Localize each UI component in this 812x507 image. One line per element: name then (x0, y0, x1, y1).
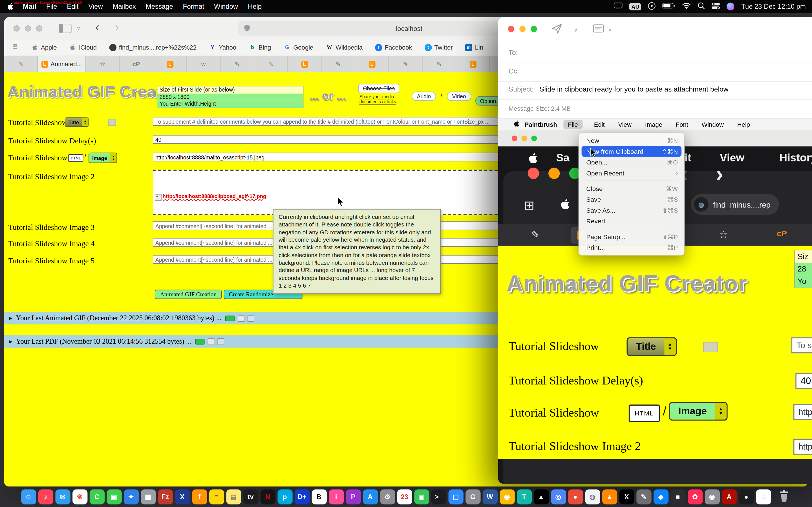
choose-files-button[interactable]: Choose Files (358, 84, 400, 93)
paintbrush-menu-window[interactable]: Window (700, 120, 726, 129)
menubar-clock[interactable]: Tue 23 Dec 12:10 pm (741, 3, 806, 10)
siri-icon[interactable] (727, 3, 735, 10)
favorite-yahoo[interactable]: YYahoo (209, 44, 236, 51)
dock-app-facetime[interactable]: ▣ (106, 489, 121, 504)
menubar-item-window[interactable]: Window (214, 3, 238, 10)
subject-value[interactable]: Slide in clipboard ready for you to past… (540, 86, 728, 93)
dock-app-app-navy[interactable]: X (175, 489, 190, 504)
cc-field-label[interactable]: Cc: (509, 67, 519, 75)
dock-app-podcasts[interactable]: P (346, 489, 361, 504)
favorite-facebook[interactable]: fFacebook (375, 44, 412, 51)
play-status-icon[interactable] (648, 2, 656, 11)
favorite-find-minus-rep-22s-22[interactable]: find_minus....rep+%22s%22 (109, 44, 197, 51)
minimize-button[interactable] (25, 25, 31, 32)
paintbrush-menu-view[interactable]: View (616, 120, 633, 129)
paintbrush-menu-edit[interactable]: Edit (592, 120, 607, 129)
file-menu-item-revert[interactable]: Revert (579, 216, 684, 227)
favorite-bing[interactable]: bBing (249, 44, 271, 51)
paintbrush-menu-image[interactable]: Image (643, 120, 664, 129)
dock-app-safari[interactable]: ✦ (123, 489, 139, 504)
safari-tab-2[interactable]: ☆ (86, 56, 119, 72)
dock-app-tv[interactable]: tv (243, 489, 258, 504)
animated-gif-creation-button[interactable]: Animated GIF Creation (155, 290, 221, 299)
dock-app-music[interactable]: ♪ (38, 489, 53, 504)
file-menu-item-print[interactable]: Print...⌘P (579, 242, 684, 253)
size-box-hint[interactable]: You Enter Width,Height (157, 100, 303, 107)
safari-tab-5[interactable]: w (187, 56, 220, 72)
dock-app-acrobat[interactable]: A (721, 489, 737, 504)
dock-app-vlc[interactable]: ▲ (602, 489, 617, 504)
minimize-button[interactable] (519, 26, 525, 32)
dock-app-prime[interactable]: p (277, 489, 292, 504)
dock-app-appstore[interactable]: A (363, 489, 378, 504)
dock-app-filezilla[interactable]: Fz (158, 489, 172, 504)
safari-tab-7[interactable]: ✎ (254, 56, 288, 72)
screen-mirroring-icon[interactable] (614, 2, 622, 10)
zoom-button[interactable] (36, 25, 43, 32)
disclosure-triangle-icon[interactable]: ▶ (9, 316, 12, 321)
back-button[interactable]: ‹ (95, 20, 99, 34)
dock-app-black-app-2[interactable]: ● (739, 489, 754, 504)
dock-app-disney[interactable]: D+ (294, 489, 309, 504)
input-source-badge[interactable]: AU (629, 3, 642, 10)
dock-app-teams[interactable]: T (516, 489, 531, 504)
send-email-icon[interactable] (551, 23, 563, 37)
dock-app-stickies[interactable]: ▤ (226, 489, 241, 504)
dock-app-white-app[interactable]: ◍ (585, 489, 600, 504)
control-center-icon[interactable] (712, 2, 720, 10)
dock-app-calendar[interactable]: 23 (397, 489, 412, 504)
html-button[interactable]: HTML (68, 154, 83, 162)
favorite-icloud[interactable]: iCloud (69, 44, 97, 51)
to-field-label[interactable]: To: (509, 49, 518, 57)
zoom-button[interactable] (531, 26, 537, 32)
dock-app-iplayer[interactable]: i (328, 489, 343, 504)
dock-app-messages[interactable]: C (89, 489, 104, 504)
file-menu-item-save-as[interactable]: Save As...⇧⌘S (579, 205, 684, 216)
dock-app-system[interactable]: ▦ (141, 489, 156, 504)
subject-field-label[interactable]: Subject: (509, 86, 534, 93)
disclosure-triangle-icon[interactable]: ▶ (9, 339, 12, 344)
wifi-icon[interactable] (682, 2, 691, 10)
favorite-lin[interactable]: inLin (465, 44, 483, 51)
safari-tab-3[interactable]: cP (119, 56, 153, 72)
favorite-google[interactable]: GGoogle (283, 44, 313, 51)
close-button[interactable] (508, 26, 514, 32)
apple-menu-icon[interactable] (7, 3, 15, 10)
paintbrush-menu-file[interactable]: File (563, 120, 583, 129)
dock-app-mail[interactable]: ✉ (55, 489, 70, 504)
dock-app-chrome[interactable]: ◉ (500, 489, 515, 504)
video-button[interactable]: Video (447, 92, 471, 101)
image2-broken-link[interactable]: http://localhost:8888/clipboad_agif-17.p… (163, 193, 266, 199)
sidebar-toggle-icon[interactable] (59, 24, 71, 33)
file-menu-item-new[interactable]: New⌘N (579, 135, 684, 146)
dock-app-pencil-app[interactable]: ✎ (636, 489, 651, 504)
dock-app-bbc[interactable]: B (312, 489, 326, 504)
dock-app-word[interactable]: W (483, 489, 497, 504)
dock-app-green-app[interactable]: ▣ (414, 489, 429, 504)
spotlight-search-icon[interactable] (698, 2, 705, 11)
safari-tab-11[interactable]: ✎ (389, 56, 422, 72)
dock-app-notes[interactable]: ≡ (209, 489, 224, 504)
file-menu-item-close[interactable]: Close⌘W (579, 183, 684, 194)
dock-app-netflix[interactable]: N (260, 489, 275, 504)
dock-app-photos[interactable]: ❀ (72, 489, 87, 504)
audio-button[interactable]: Audio (412, 92, 436, 101)
safari-tab-6[interactable]: ✎ (220, 56, 254, 72)
dock-app-settings[interactable]: ⚙ (380, 489, 395, 504)
favorite-apple[interactable]: Apple (31, 44, 57, 51)
paintbrush-menu-font[interactable]: Font (673, 120, 690, 129)
favorite-twitter[interactable]: tTwitter (424, 44, 453, 51)
file-menu-item-save[interactable]: Save⌘S (579, 194, 684, 205)
dock-app-blue-app-2[interactable]: ◆ (653, 489, 668, 504)
dock-app-firefox[interactable]: f (192, 489, 207, 504)
header-fields-chevron-icon[interactable]: ∨ (608, 26, 612, 33)
safari-tab-12[interactable]: ✎ (423, 56, 456, 72)
sidebar-chevron-icon[interactable]: ∨ (77, 25, 80, 31)
dock-app-finder[interactable]: ☺ (21, 489, 36, 504)
dock-app-flower-app[interactable]: ✿ (688, 489, 702, 504)
dock-app-camera-app[interactable]: ◉ (705, 489, 719, 504)
favorite-wikipedia[interactable]: WWikipedia (326, 44, 362, 51)
safari-tab-13[interactable]: L (456, 56, 490, 72)
safari-tab-1[interactable]: LAnimated... (38, 56, 86, 72)
dock-app-black-app[interactable]: ▲ (534, 489, 549, 504)
